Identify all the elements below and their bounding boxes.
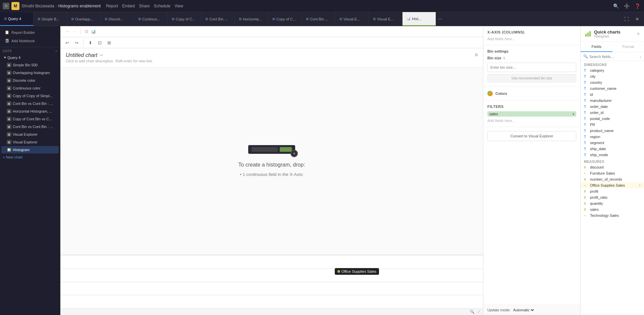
sidebar-item-horizontal[interactable]: ▦ Horizontal Histogram, ... — [1, 108, 59, 115]
field-ship-mode[interactable]: T ship_mode — [581, 152, 644, 158]
item-more-icon[interactable]: ⋯ — [52, 148, 56, 152]
field-ship-date[interactable]: T ship_date — [581, 146, 644, 152]
resize-icon[interactable]: ⤢ — [477, 310, 480, 314]
field-office-supplies[interactable]: = Office Supplies Sales ▾ — [581, 182, 644, 188]
bin-size-input[interactable] — [487, 63, 576, 72]
update-mode-select[interactable]: Automatic — [512, 308, 535, 312]
sidebar-item-visual1[interactable]: ▦ Visual Explorer — [1, 131, 59, 138]
tab-query4[interactable]: ⊞ Query 4 — [0, 12, 34, 26]
quick-close-btn[interactable]: ✕ — [637, 32, 640, 36]
convert-btn[interactable]: Convert to Visual Explorer — [487, 131, 576, 141]
settings-gear-btn[interactable]: ⚙ — [472, 51, 480, 59]
tab-cont-bin1[interactable]: ⊞ Cont Bin ... — [201, 12, 235, 26]
type-icon: T — [584, 117, 588, 121]
breadcrumb-user[interactable]: Shruthi Bezawada — [21, 4, 54, 8]
filters-add-fields[interactable]: Add fields here... — [487, 119, 576, 123]
new-chart-btn[interactable]: + New chart — [0, 154, 60, 161]
edit-title-icon[interactable]: ✏ — [100, 53, 103, 58]
chart-title[interactable]: Untitled chart — [66, 52, 97, 58]
field-region[interactable]: T region — [581, 134, 644, 140]
tab-overlapp[interactable]: ⊞ Overlapp... — [67, 12, 101, 26]
field-name: order_id — [590, 111, 603, 115]
sidebar-item-discrete[interactable]: ▦ Discrete color — [1, 77, 59, 84]
field-customer-name[interactable]: T customer_name — [581, 85, 644, 91]
collapse-btn[interactable]: ⊞ — [105, 39, 113, 47]
field-profit-ratio[interactable]: # profit_ratio — [581, 194, 644, 200]
field-order-date[interactable]: T order_date — [581, 104, 644, 110]
tab-more[interactable]: ⋯ — [436, 12, 444, 26]
undo-btn[interactable]: ↩ — [63, 39, 71, 47]
tab-format[interactable]: Format — [612, 42, 644, 52]
tab-horizonta[interactable]: ⊞ Horizonta... — [235, 12, 268, 26]
fullscreen-icon[interactable]: ⛶ — [623, 15, 631, 23]
add-notebook-btn[interactable]: 📓 Add Notebook — [3, 37, 57, 44]
field-postal-code[interactable]: T postal_code — [581, 116, 644, 122]
field-country[interactable]: T country — [581, 79, 644, 85]
add-icon[interactable]: ➕ — [623, 2, 631, 10]
field-profit[interactable]: # profit — [581, 188, 644, 194]
search-input[interactable] — [589, 55, 638, 59]
tab-copy-c2[interactable]: ⊞ Copy of C... — [268, 12, 302, 26]
tab-copy-c1[interactable]: ⊞ Copy of C... — [168, 12, 201, 26]
bin-recommended-btn[interactable]: Use recommended bin size — [487, 74, 576, 82]
field-discount[interactable]: # discount — [581, 164, 644, 170]
query-source[interactable]: ▾ Query 4 — [1, 54, 59, 61]
close-tab-icon[interactable]: ✕ — [633, 15, 641, 23]
tab-discret[interactable]: ⊞ Discret... — [101, 12, 134, 26]
fit-btn[interactable]: ⊡ — [96, 39, 104, 47]
filter-dropdown-icon[interactable]: ▾ — [573, 112, 574, 116]
chart-grid: 🔍 ⤢ — [60, 255, 483, 315]
field-pr[interactable]: T PR — [581, 122, 644, 128]
chart-small-icon: ▦ — [7, 70, 11, 75]
field-id[interactable]: T id — [581, 91, 644, 98]
sidebar-item-cont-bin1[interactable]: ▦ Cont Bin vs Cont Bin : ... — [1, 100, 59, 107]
tab-continuo[interactable]: ⊞ Continuo... — [134, 12, 168, 26]
add-data-icon[interactable]: + — [55, 49, 57, 53]
tab-simple-b[interactable]: ⊞ Simple B... — [34, 12, 67, 26]
sidebar-item-continuous[interactable]: ▦ Continuous color — [1, 84, 59, 92]
field-technology-sales[interactable]: = Technology Sales — [581, 212, 644, 218]
tab-visual-e2[interactable]: ⊞ Visual E... — [369, 12, 402, 26]
report-builder-btn[interactable]: 📋 Report Builder — [3, 29, 57, 36]
sidebar-item-copy-cont[interactable]: ▦ Copy of Cont Bin vs C... — [1, 115, 59, 123]
field-number-of-records[interactable]: # number_of_records — [581, 176, 644, 182]
field-order-id[interactable]: T order_id — [581, 110, 644, 116]
table-icon: ⊞ — [4, 17, 7, 20]
view-toggle-icon[interactable]: ⊡ — [85, 29, 88, 34]
search-icon[interactable]: 🔍 — [612, 2, 620, 10]
sidebar-item-copy-simpl[interactable]: ▦ Copy of Copy of Simpl... — [1, 92, 59, 100]
help-icon[interactable]: ❓ — [633, 2, 641, 10]
chart-type-icon[interactable]: 📊 — [91, 29, 96, 34]
sidebar-item-overlapping[interactable]: ▦ Overlapping histogram — [1, 69, 59, 76]
field-furniture-sales[interactable]: = Furniture Sales — [581, 170, 644, 176]
tab-hist[interactable]: 📊 Hist... — [402, 12, 436, 26]
field-quantity[interactable]: # quantity — [581, 200, 644, 206]
sort-icon[interactable]: ↕ — [640, 55, 642, 59]
redo-btn[interactable]: ↪ — [72, 39, 80, 47]
nav-embed[interactable]: Embed — [122, 4, 135, 8]
back-icon[interactable]: ← — [66, 29, 70, 34]
tab-visual-e1[interactable]: ⊞ Visual E... — [335, 12, 369, 26]
field-category[interactable]: T category — [581, 67, 644, 73]
field-manufacturer[interactable]: T manufacturer — [581, 98, 644, 104]
sidebar-item-simple-bin[interactable]: ▦ Simple Bin 500 — [1, 61, 59, 69]
tab-cont-bin2[interactable]: ⊞ Cont Bin ... — [302, 12, 335, 26]
field-city[interactable]: T city — [581, 73, 644, 79]
sidebar-item-cont-bin2[interactable]: ▦ Cont Bin vs Cont Bin : ... — [1, 123, 59, 130]
sidebar-item-visual2[interactable]: ▦ Visual Explorer — [1, 138, 59, 146]
forward-icon[interactable]: → — [72, 29, 76, 34]
field-segment[interactable]: T segment — [581, 140, 644, 146]
sidebar-item-histogram[interactable]: 📊 Histogram ⋯ — [1, 146, 59, 153]
nav-report[interactable]: Report — [106, 4, 118, 8]
nav-schedule[interactable]: Schedule — [154, 4, 170, 8]
nav-view[interactable]: View — [174, 4, 183, 8]
chart-desc[interactable]: Click to add chart description. Shift-en… — [66, 59, 478, 63]
xaxis-add-fields[interactable]: Add fields here... — [487, 37, 576, 41]
tab-fields[interactable]: Fields — [581, 42, 612, 52]
zoom-icon[interactable]: 🔍 — [470, 310, 475, 314]
field-sales[interactable]: # sales — [581, 206, 644, 212]
nav-share[interactable]: Share — [139, 4, 150, 8]
table-icon: ⊞ — [172, 17, 174, 21]
download-btn[interactable]: ⬇ — [86, 39, 94, 47]
field-product-name[interactable]: T product_name — [581, 128, 644, 134]
